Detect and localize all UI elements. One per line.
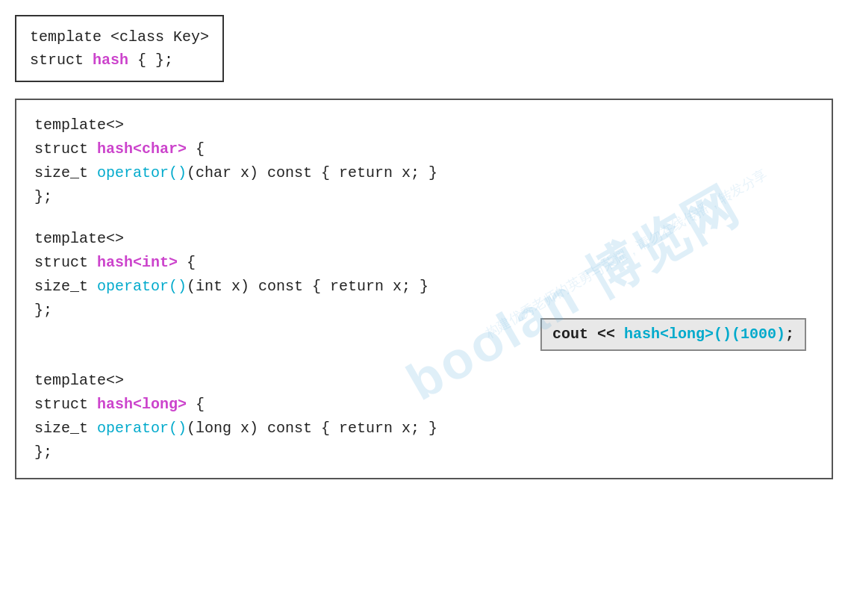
long-line1: template<> <box>34 369 814 393</box>
code-block-char: template<> struct hash<char> { size_t op… <box>34 113 814 209</box>
callout-container: cout << hash<long>()(1000); <box>34 315 814 351</box>
int-line2: struct hash<int> { <box>34 251 814 275</box>
long-line3: size_t operator()(long x) const { return… <box>34 417 814 441</box>
code-block-long: template<> struct hash<long> { size_t op… <box>34 369 814 464</box>
char-line1: template<> <box>34 113 814 137</box>
long-line2: struct hash<long> { <box>34 393 814 417</box>
char-line4: }; <box>34 185 814 209</box>
int-line1: template<> <box>34 227 814 251</box>
top-line2: struct hash { }; <box>30 49 209 72</box>
int-line3: size_t operator()(int x) const { return … <box>34 275 814 299</box>
char-line2: struct hash<char> { <box>34 137 814 161</box>
callout-box: cout << hash<long>()(1000); <box>540 318 806 351</box>
code-block-int: template<> struct hash<int> { size_t ope… <box>34 227 814 351</box>
top-code-box: template <class Key> struct hash { }; <box>15 15 224 82</box>
long-line4: }; <box>34 441 814 464</box>
top-line1: template <class Key> <box>30 25 209 49</box>
char-line3: size_t operator()(char x) const { return… <box>34 161 814 185</box>
main-code-box: boolan 博览网 构建优秀老师的英勇与荣耀，请勿在线传播，转发分享 temp… <box>15 99 833 479</box>
